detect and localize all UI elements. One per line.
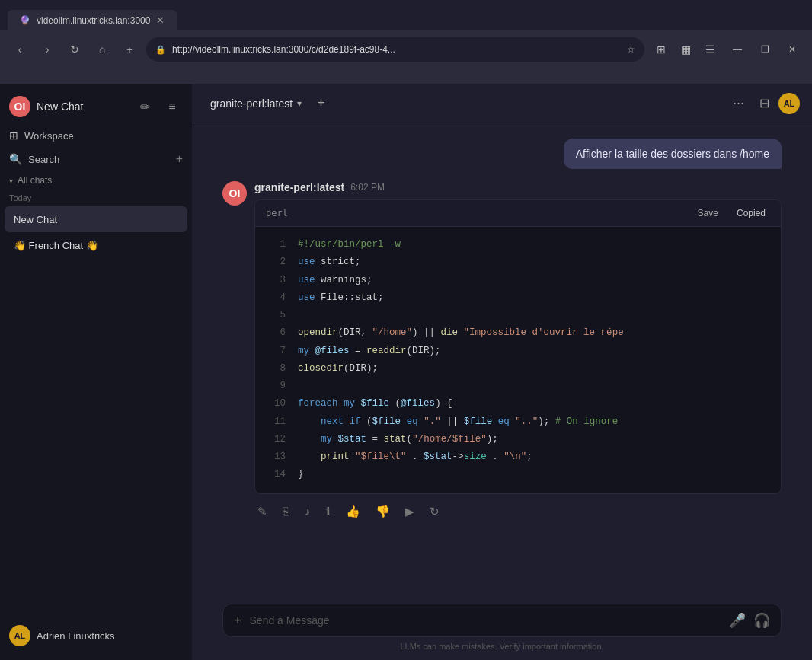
app-container: OI New Chat ✏ ≡ ⊞ Workspace 🔍 Search + ▾… [0,84,812,660]
tab-label: videollm.linuxtricks.lan:3000 [37,15,150,26]
chat-item-label: 👋 French Chat 👋 [14,240,178,251]
address-text: http://videollm.linuxtricks.lan:3000/c/d… [172,44,621,55]
code-lang: perl [266,208,288,218]
ai-model-name: granite-perl:latest [254,181,344,193]
chat-item-new-chat[interactable]: New Chat ··· [5,206,187,232]
browser-chrome: 🔮 videollm.linuxtricks.lan:3000 ✕ ‹ › ↻ … [0,0,812,84]
refresh-button[interactable]: ↻ [427,502,443,521]
code-line-8: 8 closedir(DIR); [255,360,781,378]
chat-input-area: + 🎤 🎧 LLMs can make mistakes. Verify imp… [192,595,812,660]
browser-toolbar: ‹ › ↻ ⌂ + 🔒 http://videollm.linuxtricks.… [0,30,812,69]
minimize-button[interactable]: — [727,39,748,60]
input-plus-icon[interactable]: + [234,613,242,629]
ai-message-header: granite-perl:latest 6:02 PM [254,181,782,193]
new-chat-icon-button[interactable]: ✏ [134,96,155,117]
code-line-14: 14 } [255,466,781,483]
home-button[interactable]: ⌂ [91,39,113,60]
browser-tab[interactable]: 🔮 videollm.linuxtricks.lan:3000 ✕ [8,10,177,30]
chat-input[interactable] [250,614,721,627]
back-button[interactable]: ‹ [9,39,30,60]
star-icon[interactable]: ☆ [627,44,635,55]
code-line-4: 4 use File::stat; [255,289,781,307]
chat-input-bar: + 🎤 🎧 [222,604,782,637]
browser-tabs: 🔮 videollm.linuxtricks.lan:3000 ✕ [0,0,812,30]
user-avatar: AL [9,625,30,646]
microphone-icon[interactable]: 🎤 [729,612,746,629]
chat-item-label: New Chat [14,214,162,225]
sidebar-header: OI New Chat ✏ ≡ [0,90,192,123]
ai-avatar: OI [222,181,247,206]
code-save-button[interactable]: Save [693,206,723,220]
code-actions: Save Copied [693,206,770,220]
ai-message-content: granite-perl:latest 6:02 PM perl Save Co… [254,181,782,521]
restore-button[interactable]: ❐ [754,39,775,60]
chat-disclaimer: LLMs can make mistakes. Verify important… [222,637,782,654]
menu-button[interactable]: ☰ [699,39,721,60]
workspace-label: Workspace [24,130,74,142]
search-plus-icon[interactable]: + [176,152,183,166]
message-actions: ✎ ⎘ ♪ ℹ 👍 👎 ▶ ↻ [254,502,782,521]
header-settings-button[interactable]: ⊟ [756,93,772,113]
header-avatar[interactable]: AL [778,93,800,114]
code-line-10: 10 foreach my $file (@files) { [255,395,781,413]
code-copy-button[interactable]: Copied [732,206,770,220]
code-line-5: 5 [255,307,781,324]
search-label: Search [28,154,170,165]
forward-button[interactable]: › [37,39,58,60]
user-message-wrapper: Afficher la taille des dossiers dans /ho… [222,139,782,169]
search-icon: 🔍 [9,153,22,165]
play-button[interactable]: ▶ [402,502,417,521]
thumbs-up-button[interactable]: 👍 [343,502,363,521]
today-label: Today [0,190,192,206]
close-button[interactable]: ✕ [782,39,803,60]
all-chats-section[interactable]: ▾ All chats [0,171,192,190]
code-line-7: 7 my @files = readdir(DIR); [255,343,781,360]
section-arrow-icon: ▾ [9,177,13,185]
code-content: 1 #!/usr/bin/perl -w 2 use strict; 3 use… [255,227,781,493]
code-line-3: 3 use warnings; [255,272,781,289]
header-more-icon[interactable]: ··· [727,92,750,114]
code-line-12: 12 my $stat = stat("/home/$file"); [255,431,781,448]
tab-close[interactable]: ✕ [156,14,165,26]
app-logo: OI [9,96,30,117]
audio-button[interactable]: ♪ [302,502,314,521]
headphone-icon[interactable]: 🎧 [753,612,770,629]
model-selector[interactable]: granite-perl:latest ▾ [204,94,308,113]
code-line-2: 2 use strict; [255,253,781,271]
copy-message-button[interactable]: ⎘ [280,502,293,521]
new-tab-button[interactable]: + [119,39,140,60]
address-bar[interactable]: 🔒 http://videollm.linuxtricks.lan:3000/c… [146,37,644,62]
model-name: granite-perl:latest [210,97,293,110]
sidebar-workspace[interactable]: ⊞ Workspace [0,123,192,148]
chat-header: granite-perl:latest ▾ + ··· ⊟ AL [192,84,812,123]
browser-actions: ⊞ ▦ ☰ [651,39,721,60]
sidebar: OI New Chat ✏ ≡ ⊞ Workspace 🔍 Search + ▾… [0,84,192,660]
main-area: granite-perl:latest ▾ + ··· ⊟ AL Affiche… [192,84,812,660]
ai-timestamp: 6:02 PM [350,182,385,193]
sidebar-search-item[interactable]: 🔍 Search + [0,148,192,171]
workspace-icon: ⊞ [9,129,18,142]
ai-message-wrapper: OI granite-perl:latest 6:02 PM perl Save… [222,181,782,521]
all-chats-label: All chats [18,175,52,186]
chat-messages: Afficher la taille des dossiers dans /ho… [192,123,812,595]
model-chevron-icon: ▾ [297,98,302,109]
thumbs-down-button[interactable]: 👎 [372,502,393,521]
code-line-11: 11 next if ($file eq "." || $file eq "..… [255,413,781,431]
code-line-1: 1 #!/usr/bin/perl -w [255,236,781,253]
lock-icon: 🔒 [155,45,166,55]
code-line-6: 6 opendir(DIR, "/home") || die "Impossib… [255,324,781,342]
refresh-button[interactable]: ↻ [64,39,85,60]
edit-message-button[interactable]: ✎ [254,502,270,521]
code-block-header: perl Save Copied [255,200,781,227]
bar-button[interactable]: ▦ [675,39,696,60]
filter-icon-button[interactable]: ≡ [161,96,183,117]
chat-item-french-chat[interactable]: 👋 French Chat 👋 [5,234,187,257]
sidebar-title: New Chat [37,100,128,113]
user-message: Afficher la taille des dossiers dans /ho… [564,139,782,169]
grid-button[interactable]: ⊞ [651,39,672,60]
info-button[interactable]: ℹ [323,502,334,521]
sidebar-footer[interactable]: AL Adrien Linuxtricks [0,617,192,654]
user-name: Adrien Linuxtricks [37,630,115,642]
code-block: perl Save Copied 1 #!/usr/bin/perl -w [254,199,782,494]
header-plus-icon[interactable]: + [314,92,328,114]
